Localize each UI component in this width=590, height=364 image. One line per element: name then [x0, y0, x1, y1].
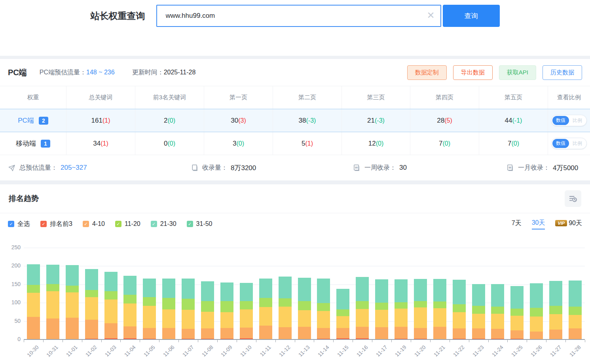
history-data-button[interactable]: 历史数据: [543, 65, 582, 80]
cell-value: 38: [299, 117, 306, 125]
axis-tick: [488, 340, 489, 342]
axis-tick: [24, 340, 24, 342]
axis-tick: [546, 340, 546, 342]
month-doc-icon: M: [507, 164, 514, 172]
column-header: 前3名关键词: [135, 86, 204, 109]
value-cell: 34(1): [66, 132, 135, 155]
trend-title: 排名趋势: [9, 193, 39, 204]
axis-tick: [178, 340, 179, 342]
update-label: 更新时间：: [132, 68, 164, 77]
toggle-value-option[interactable]: 数值: [552, 116, 569, 125]
bar-segment-31-50: [123, 276, 137, 295]
axis-tick: [198, 340, 198, 342]
search-header: 站长权重查询 ✕ 查询: [0, 0, 590, 56]
legend-checkbox-item[interactable]: ✓4-10: [83, 220, 105, 228]
bar-segment-11-20: [46, 291, 59, 318]
cell-value: 21: [367, 117, 375, 125]
pc-section-title: PC端: [8, 67, 27, 78]
axis-tick: [82, 340, 82, 342]
legend-label: 21-30: [160, 220, 176, 228]
legend-checkbox-item[interactable]: ✓21-30: [151, 220, 176, 228]
bar-segment-4-10: [569, 328, 582, 339]
bar-segment-4-10: [27, 317, 40, 339]
cell-value: 12: [368, 140, 376, 148]
bar-segment-4-10: [279, 327, 292, 339]
cell-delta: (3): [238, 117, 246, 124]
value-cell: 2(0): [135, 109, 204, 132]
bar-segment-4-10: [317, 328, 330, 339]
bar-segment-21-30: [356, 301, 369, 309]
value-ratio-toggle[interactable]: 数值比例: [551, 138, 587, 149]
bar-segment-21-30: [27, 285, 40, 293]
bar-segment-11-20: [510, 316, 524, 330]
bar-segment-4-10: [395, 327, 408, 339]
range-option[interactable]: 30天: [532, 219, 545, 229]
stacked-bar: [491, 284, 504, 339]
bar-segment-4-10: [104, 323, 118, 338]
toggle-ratio-option[interactable]: 比例: [569, 116, 586, 125]
value-cell: 5(1): [273, 132, 342, 155]
bar-segment-11-20: [375, 310, 388, 328]
range-option[interactable]: 7天: [512, 219, 522, 229]
legend-checkbox-item[interactable]: ✓排名前3: [40, 220, 72, 228]
cell-value: 5: [302, 140, 305, 148]
legend-checkbox-item[interactable]: ✓31-50: [187, 220, 212, 228]
traffic-label: PC端预估流量：: [40, 68, 86, 77]
checkbox-checked-icon[interactable]: ✓: [187, 221, 193, 227]
data-custom-button[interactable]: 数据定制: [407, 65, 447, 80]
bar-segment-11-20: [317, 311, 330, 328]
export-data-button[interactable]: 导出数据: [453, 65, 493, 80]
bar-segment-21-30: [336, 309, 349, 316]
bar-segment-21-30: [453, 304, 466, 312]
bar-segment-31-50: [220, 282, 233, 301]
cell-value: 44: [505, 117, 512, 125]
checkbox-checked-icon[interactable]: ✓: [83, 221, 89, 227]
bar-segment-4-10: [162, 328, 175, 339]
summary-stats-row: 总预估流量：205~327收录量：8万3200W一周收录：30M一月收录：4万5…: [0, 155, 590, 180]
bar-segment-11-20: [27, 293, 40, 317]
range-option[interactable]: VIP90天: [555, 219, 582, 229]
legend-label: 排名前3: [50, 220, 72, 228]
weight-badge: 2: [39, 117, 48, 125]
bar-segment-11-20: [259, 307, 272, 325]
checkbox-checked-icon[interactable]: ✓: [115, 221, 121, 227]
vip-badge: VIP: [555, 220, 567, 226]
x-axis-label: 11-12: [268, 344, 292, 364]
toggle-value-option[interactable]: 数值: [552, 139, 569, 148]
bar-segment-21-30: [143, 297, 156, 305]
legend-checkbox-item[interactable]: ✓全选: [8, 220, 30, 228]
y-axis-label: 50: [4, 318, 21, 324]
row-name: PC端: [18, 116, 34, 125]
history-settings-button[interactable]: [565, 190, 581, 207]
stacked-bar: [549, 281, 562, 339]
checkbox-checked-icon[interactable]: ✓: [151, 221, 157, 227]
axis-tick: [450, 340, 450, 342]
bar-segment-11-20: [298, 310, 311, 327]
toggle-ratio-option[interactable]: 比例: [569, 139, 586, 148]
cell-delta: (-3): [306, 117, 316, 124]
bar-segment-31-50: [279, 277, 292, 298]
bar-segment-31-50: [414, 279, 427, 301]
legend-checkbox-item[interactable]: ✓11-20: [115, 220, 140, 228]
value-cell: 28(5): [410, 109, 479, 132]
axis-tick: [507, 340, 508, 342]
get-api-button[interactable]: 获取API: [499, 65, 536, 80]
bar-segment-21-30: [66, 286, 79, 293]
pc-info-row: PC端 PC端预估流量： 148 ~ 236 更新时间： 2025-11-28 …: [0, 59, 590, 86]
checkbox-checked-icon[interactable]: ✓: [40, 221, 47, 227]
stacked-bar: [317, 279, 330, 339]
gridline: [24, 248, 585, 248]
bar-segment-21-30: [240, 301, 253, 309]
value-ratio-toggle[interactable]: 数值比例: [551, 115, 587, 126]
checkbox-checked-icon[interactable]: ✓: [8, 221, 14, 227]
query-button[interactable]: 查询: [443, 5, 500, 27]
send-icon: [8, 164, 15, 172]
bar-segment-4-10: [259, 326, 272, 339]
column-header: 第五页: [479, 86, 548, 109]
clear-icon[interactable]: ✕: [427, 10, 434, 21]
y-axis-label: 250: [4, 244, 21, 250]
week-doc-icon: W: [353, 164, 360, 172]
search-input[interactable]: [156, 5, 441, 27]
bar-segment-31-50: [104, 272, 118, 291]
bar-segment-4-10: [549, 330, 562, 339]
